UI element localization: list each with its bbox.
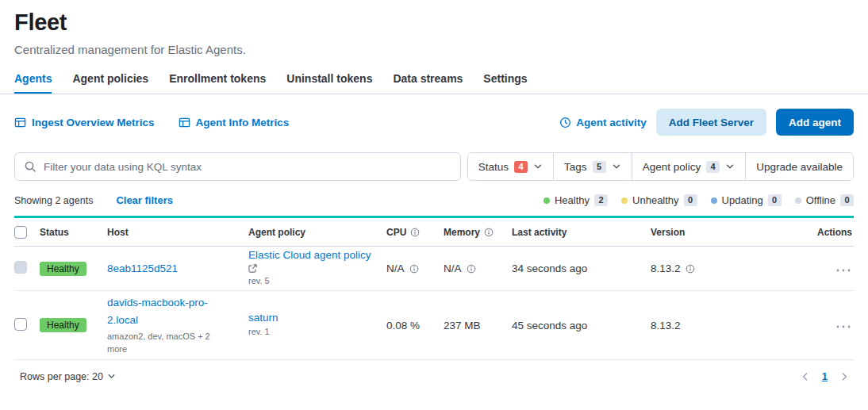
info-icon[interactable] [410, 228, 420, 237]
cpu-value: N/A [386, 262, 405, 274]
clear-filters-link[interactable]: Clear filters [116, 194, 173, 206]
header-version: Version [651, 227, 793, 238]
page-1-button[interactable]: 1 [822, 370, 828, 382]
header-cpu: CPU [386, 227, 444, 238]
version-value: 8.13.2 [651, 320, 793, 331]
ingest-overview-metrics-link[interactable]: Ingest Overview Metrics [14, 117, 155, 128]
filter-status-label: Status [478, 161, 509, 173]
policy-revision: rev. 1 [248, 326, 380, 339]
info-icon[interactable] [686, 264, 695, 274]
search-filter-bar: Status 4 Tags 5 Agent policy 4 Upgrade a… [0, 152, 868, 181]
kql-search-box[interactable] [14, 152, 461, 181]
metrics-table-icon [179, 117, 190, 128]
agent-info-metrics-link[interactable]: Agent Info Metrics [179, 117, 290, 128]
host-link[interactable]: 8eab1125d521 [107, 262, 242, 274]
agent-policy-link[interactable]: saturn [248, 312, 278, 324]
page-subtitle: Centralized management for Elastic Agent… [14, 43, 854, 56]
memory-value: N/A [444, 262, 462, 274]
add-agent-button[interactable]: Add agent [776, 109, 854, 136]
row-checkbox[interactable] [14, 318, 27, 331]
version-value: 8.13.2 [651, 262, 681, 274]
legend-unhealthy-label: Unhealthy [632, 194, 679, 206]
row-checkbox-disabled [14, 261, 27, 274]
filter-tags-button[interactable]: Tags 5 [553, 153, 632, 180]
external-link-icon[interactable] [248, 264, 257, 273]
info-icon[interactable] [484, 228, 494, 237]
legend-unhealthy-count: 0 [684, 194, 697, 206]
header-host: Host [107, 227, 248, 238]
ellipsis-icon [836, 325, 851, 328]
agent-row: Healthy davids-macbook-pro-2.local amazo… [14, 291, 854, 360]
unhealthy-dot-icon [621, 197, 628, 204]
add-fleet-server-button[interactable]: Add Fleet Server [656, 109, 766, 136]
agents-count-text: Showing 2 agents [14, 195, 93, 206]
rows-per-page-button[interactable]: Rows per page: 20 [20, 371, 116, 382]
filter-upgrade-available-button[interactable]: Upgrade available [745, 153, 853, 180]
kql-search-input[interactable] [44, 161, 451, 173]
clock-icon [559, 117, 571, 128]
tab-enrollment-tokens[interactable]: Enrollment tokens [169, 72, 266, 94]
tab-data-streams[interactable]: Data streams [393, 72, 463, 94]
row-actions-button[interactable] [835, 266, 852, 275]
updating-dot-icon [711, 197, 717, 204]
filter-group: Status 4 Tags 5 Agent policy 4 Upgrade a… [467, 152, 854, 181]
search-icon [24, 160, 36, 173]
filter-tags-count-badge: 5 [593, 161, 606, 173]
metrics-table-icon [14, 117, 26, 128]
filter-agent-policy-button[interactable]: Agent policy 4 [632, 153, 746, 180]
filter-agent-policy-count-badge: 4 [706, 161, 720, 173]
filter-status-count-badge: 4 [514, 161, 528, 173]
header-divider [0, 94, 868, 94]
summary-row: Showing 2 agents Clear filters Healthy 2… [0, 194, 868, 206]
info-icon[interactable] [409, 264, 419, 274]
table-header-row: Status Host Agent policy CPU Memory Last… [14, 218, 854, 247]
cpu-value: 0.08 % [386, 320, 444, 331]
memory-value: 237 MB [444, 320, 512, 331]
status-legend: Healthy 2 Unhealthy 0 Updating 0 Offline… [543, 194, 854, 206]
host-tags: amazon2, dev, macOS + 2 more [107, 331, 218, 356]
next-page-button[interactable] [839, 372, 849, 381]
toolbar: Ingest Overview Metrics Agent Info Metri… [0, 109, 868, 136]
filter-status-button[interactable]: Status 4 [468, 153, 553, 180]
agent-info-metrics-label: Agent Info Metrics [196, 117, 290, 128]
agent-activity-label: Agent activity [576, 117, 647, 128]
legend-unhealthy: Unhealthy 0 [621, 194, 697, 206]
tab-uninstall-tokens[interactable]: Uninstall tokens [286, 72, 372, 94]
ingest-overview-metrics-label: Ingest Overview Metrics [32, 117, 155, 128]
tab-settings[interactable]: Settings [483, 72, 527, 94]
status-badge: Healthy [40, 262, 86, 276]
filter-upgrade-available-label: Upgrade available [756, 161, 843, 173]
filter-agent-policy-label: Agent policy [643, 161, 701, 173]
chevron-down-icon [107, 372, 116, 381]
status-badge: Healthy [40, 318, 86, 332]
chevron-down-icon [533, 162, 543, 171]
legend-updating-count: 0 [768, 194, 782, 206]
legend-offline-label: Offline [806, 194, 835, 206]
chevron-right-icon [839, 372, 849, 381]
pagination: 1 [801, 370, 849, 382]
chevron-down-icon [612, 162, 621, 171]
last-activity-value: 45 seconds ago [512, 320, 651, 331]
agent-activity-link[interactable]: Agent activity [559, 117, 647, 128]
tab-agents[interactable]: Agents [14, 72, 52, 94]
legend-healthy-count: 2 [594, 194, 608, 206]
ellipsis-icon [836, 269, 851, 272]
row-actions-button[interactable] [835, 322, 852, 331]
healthy-dot-icon [543, 197, 550, 204]
header-agent-policy: Agent policy [248, 227, 386, 238]
legend-offline-count: 0 [840, 194, 854, 206]
last-activity-value: 34 seconds ago [512, 262, 651, 274]
previous-page-button[interactable] [801, 372, 810, 381]
legend-offline: Offline 0 [795, 194, 854, 206]
info-icon[interactable] [467, 264, 476, 274]
select-all-checkbox[interactable] [14, 226, 27, 239]
policy-revision: rev. 5 [248, 275, 380, 288]
agent-policy-link[interactable]: Elastic Cloud agent policy [248, 249, 371, 261]
legend-healthy-label: Healthy [555, 194, 590, 206]
offline-dot-icon [795, 197, 801, 204]
table-footer: Rows per page: 20 1 [0, 370, 868, 382]
tab-agent-policies[interactable]: Agent policies [72, 72, 148, 94]
host-link[interactable]: davids-macbook-pro-2.local [107, 294, 226, 328]
legend-updating-label: Updating [722, 194, 763, 206]
fleet-tabs: Agents Agent policies Enrollment tokens … [14, 72, 854, 94]
